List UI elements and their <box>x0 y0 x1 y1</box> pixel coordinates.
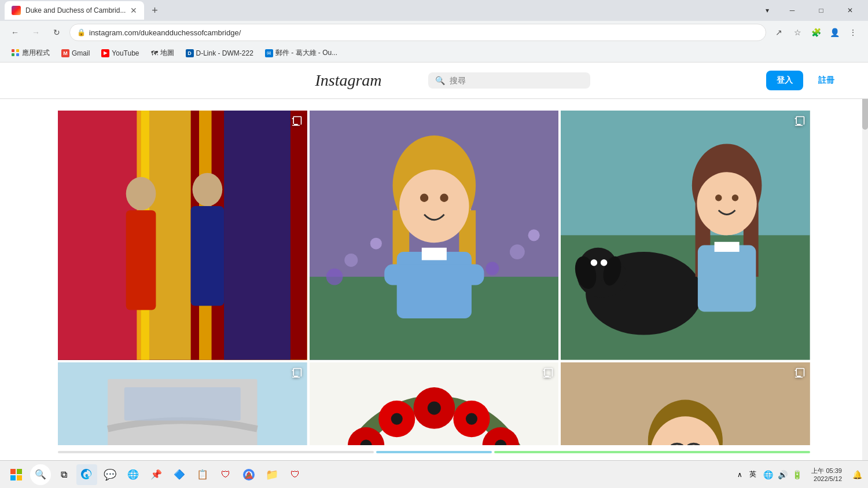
battery-icon[interactable]: 🔋 <box>792 470 802 479</box>
back-button[interactable]: ← <box>7 24 23 41</box>
multi-post-icon-4 <box>291 367 303 381</box>
new-tab-button[interactable]: + <box>146 2 163 19</box>
svg-point-12 <box>344 254 358 267</box>
taskview-icon: ⧉ <box>61 469 67 480</box>
gmail-icon: M <box>61 49 69 57</box>
bookmark-youtube[interactable]: ▶ YouTube <box>97 47 144 60</box>
office-icon: 📋 <box>197 469 208 480</box>
photo-2 <box>310 111 559 360</box>
photo-grid <box>0 99 868 467</box>
login-button[interactable]: 登入 <box>766 71 803 90</box>
volume-icon[interactable]: 🔊 <box>778 470 788 479</box>
svg-rect-29 <box>561 111 810 235</box>
scroll-bar-right <box>494 451 810 453</box>
maps-icon: 🗺 <box>151 49 158 57</box>
office-taskbar-button[interactable]: 📋 <box>192 464 213 485</box>
svg-point-8 <box>193 173 223 206</box>
extensions-button[interactable]: 🧩 <box>808 24 824 41</box>
chrome-taskbar-button[interactable] <box>238 464 259 485</box>
scrollbar[interactable] <box>862 83 868 488</box>
browser-tab[interactable]: Duke and Duchess of Cambrid... ✕ <box>5 1 144 20</box>
antivirus-icon: 🛡 <box>290 469 300 480</box>
tab-list-button[interactable]: ▾ <box>758 0 777 21</box>
taskbar-search-button[interactable]: 🔍 <box>30 464 51 485</box>
pin-icon: 📌 <box>150 469 162 480</box>
folder-taskbar-button[interactable]: 📁 <box>262 464 282 485</box>
svg-point-16 <box>326 269 343 285</box>
menu-button[interactable]: ⋮ <box>845 24 861 41</box>
svg-rect-27 <box>421 248 446 260</box>
svg-point-35 <box>591 259 597 266</box>
grid-item-1[interactable] <box>58 111 307 360</box>
svg-rect-88 <box>10 469 16 474</box>
bookmark-youtube-label: YouTube <box>112 49 139 57</box>
bookmark-email[interactable]: ✉ 郵件 - 葛大維 - Ou... <box>260 46 342 60</box>
svg-point-43 <box>732 195 738 201</box>
bookmark-button[interactable]: ☆ <box>789 24 806 41</box>
profile-button[interactable]: 👤 <box>826 24 843 41</box>
edge-taskbar-button[interactable] <box>76 464 97 485</box>
security-taskbar-button[interactable]: 🛡 <box>215 464 236 485</box>
auth-buttons: 登入 註冊 <box>766 71 845 90</box>
forward-button[interactable]: → <box>28 24 44 41</box>
grid-item-2[interactable] <box>310 111 559 360</box>
taskview-button[interactable]: ⧉ <box>53 464 74 485</box>
tray-expand-button[interactable]: ∧ <box>737 471 742 479</box>
bookmark-dlink[interactable]: D D-Link - DWM-222 <box>181 47 258 60</box>
svg-point-36 <box>601 259 607 266</box>
bookmark-apps[interactable]: 應用程式 <box>7 46 54 60</box>
photo-3 <box>561 111 810 360</box>
lock-icon: 🔒 <box>77 28 86 36</box>
close-button[interactable]: ✕ <box>837 0 863 21</box>
svg-point-23 <box>420 194 428 202</box>
address-actions: ↗ ☆ 🧩 👤 ⋮ <box>771 24 861 41</box>
svg-rect-7 <box>126 210 156 310</box>
address-text: instagram.com/dukeandduchessofcambridge/ <box>89 28 759 37</box>
notification-button[interactable]: 🔔 <box>851 469 863 480</box>
messenger-icon: 💬 <box>104 468 116 481</box>
signup-button[interactable]: 註冊 <box>808 71 845 90</box>
svg-point-69 <box>466 413 477 424</box>
taskbar: 🔍 ⧉ 💬 🌐 📌 🔷 📋 🛡 <box>0 460 868 488</box>
ig-header: Instagram 🔍 登入 註冊 <box>0 63 868 99</box>
teams-taskbar-button[interactable]: 🔷 <box>169 464 190 485</box>
address-bar[interactable]: 🔒 instagram.com/dukeandduchessofcambridg… <box>69 24 766 41</box>
window-controls: ─ □ ✕ <box>779 0 863 21</box>
messenger-taskbar-button[interactable]: 💬 <box>100 464 120 485</box>
search-input[interactable] <box>450 76 577 85</box>
bookmark-apps-label: 應用程式 <box>22 48 50 58</box>
edge-icon <box>81 469 93 480</box>
youtube-icon: ▶ <box>101 49 109 57</box>
refresh-button[interactable]: ↻ <box>49 24 65 41</box>
lang-indicator[interactable]: 英 <box>747 468 759 480</box>
scroll-bar-center <box>376 451 492 453</box>
minimize-button[interactable]: ─ <box>779 0 806 21</box>
svg-rect-90 <box>10 475 16 480</box>
share-button[interactable]: ↗ <box>771 24 787 41</box>
title-bar: Duke and Duchess of Cambrid... ✕ + ▾ ─ □… <box>0 0 868 21</box>
bookmark-maps[interactable]: 🗺 地圖 <box>146 46 179 60</box>
taskbar-search-icon: 🔍 <box>35 469 46 480</box>
network-icon[interactable]: 🌐 <box>763 470 773 479</box>
bookmark-gmail[interactable]: M Gmail <box>57 47 94 60</box>
start-button[interactable] <box>5 463 28 486</box>
browser2-taskbar-button[interactable]: 🌐 <box>123 464 144 485</box>
apps-grid-icon <box>12 49 20 57</box>
svg-rect-91 <box>17 475 22 480</box>
pin-taskbar-button[interactable]: 📌 <box>146 464 167 485</box>
svg-rect-89 <box>17 469 22 474</box>
svg-point-15 <box>528 229 539 241</box>
scroll-bar-left <box>58 451 374 453</box>
svg-point-6 <box>126 177 156 210</box>
svg-point-14 <box>510 244 525 259</box>
search-bar[interactable]: 🔍 <box>428 72 590 89</box>
bookmark-email-label: 郵件 - 葛大維 - Ou... <box>275 48 337 58</box>
antivirus-taskbar-button[interactable]: 🛡 <box>285 464 306 485</box>
clock[interactable]: 上午 05:39 2022/5/12 <box>807 467 847 482</box>
security-icon: 🛡 <box>221 469 230 480</box>
system-tray: ∧ 英 🌐 🔊 🔋 上午 05:39 2022/5/12 🔔 <box>737 467 863 482</box>
multi-post-icon-6 <box>794 367 806 381</box>
grid-item-3[interactable] <box>561 111 810 360</box>
tab-close-btn[interactable]: ✕ <box>130 6 137 15</box>
maximize-button[interactable]: □ <box>808 0 834 21</box>
